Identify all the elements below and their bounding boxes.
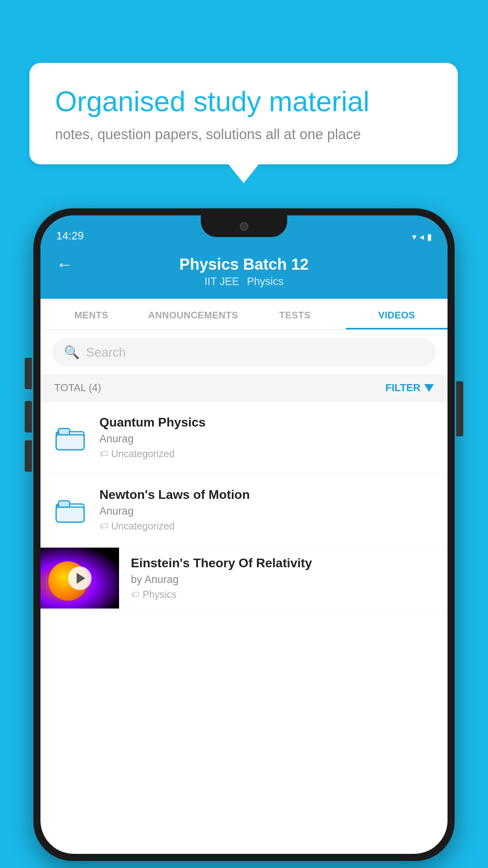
tab-videos[interactable]: VIDEOS	[346, 299, 448, 329]
phone-wrapper: 14:29 ▾ ◂ ▮ ← Physics Batch 12 IIT JEE P…	[33, 208, 455, 861]
video-list: Quantum Physics Anurag 🏷 Uncategorized	[40, 401, 448, 611]
svg-rect-2	[59, 428, 70, 435]
video-author: Anurag	[99, 433, 436, 445]
list-item[interactable]: Quantum Physics Anurag 🏷 Uncategorized	[40, 401, 448, 474]
video-info: Einstein's Theory Of Relativity by Anura…	[131, 546, 436, 610]
video-info: Quantum Physics Anurag 🏷 Uncategorized	[99, 415, 436, 460]
tab-tests[interactable]: TESTS	[244, 299, 346, 329]
wifi-icon: ▾	[412, 232, 416, 242]
filter-label: FILTER	[385, 382, 420, 394]
tab-announcements[interactable]: ANNOUNCEMENTS	[142, 299, 244, 329]
video-thumbnail	[40, 548, 119, 609]
tag-icon: 🏷	[99, 521, 108, 531]
tag-icon: 🏷	[99, 449, 108, 459]
subtitle-iitjee: IIT JEE	[204, 276, 239, 288]
folder-icon	[52, 492, 88, 528]
video-title: Newton's Laws of Motion	[99, 487, 436, 502]
video-author: by Anurag	[131, 574, 436, 586]
phone-outer: 14:29 ▾ ◂ ▮ ← Physics Batch 12 IIT JEE P…	[33, 208, 455, 861]
tag-label: Physics	[143, 589, 176, 600]
video-tag: 🏷 Uncategorized	[99, 520, 436, 532]
subtitle-physics: Physics	[247, 276, 284, 288]
app-header: ← Physics Batch 12 IIT JEE Physics	[40, 247, 448, 299]
tag-label: Uncategorized	[111, 520, 174, 532]
tab-ments[interactable]: MENTS	[40, 299, 142, 329]
svg-rect-1	[56, 435, 84, 450]
bubble-subtitle: notes, question papers, solutions all at…	[55, 126, 432, 143]
video-tag: 🏷 Uncategorized	[99, 448, 436, 460]
tabs-bar: MENTS ANNOUNCEMENTS TESTS VIDEOS	[40, 299, 448, 330]
header-title: Physics Batch 12	[179, 256, 308, 273]
svg-rect-5	[59, 501, 70, 507]
filter-icon	[424, 384, 434, 392]
search-placeholder: Search	[86, 345, 126, 360]
list-item[interactable]: Einstein's Theory Of Relativity by Anura…	[40, 546, 448, 611]
camera-dot	[240, 222, 248, 231]
signal-icon: ◂	[420, 232, 424, 242]
status-time: 14:29	[56, 230, 84, 242]
phone-screen: 14:29 ▾ ◂ ▮ ← Physics Batch 12 IIT JEE P…	[40, 215, 448, 854]
search-container: 🔍 Search	[40, 330, 448, 375]
video-info: Newton's Laws of Motion Anurag 🏷 Uncateg…	[99, 487, 436, 532]
filter-button[interactable]: FILTER	[385, 382, 434, 394]
list-item[interactable]: Newton's Laws of Motion Anurag 🏷 Uncateg…	[40, 474, 448, 546]
battery-icon: ▮	[427, 232, 432, 242]
header-row: ← Physics Batch 12	[56, 256, 432, 273]
filter-bar: TOTAL (4) FILTER	[40, 375, 448, 401]
video-tag: 🏷 Physics	[131, 589, 436, 600]
search-icon: 🔍	[64, 345, 80, 360]
back-button[interactable]: ←	[56, 255, 73, 274]
total-count: TOTAL (4)	[54, 382, 101, 394]
status-icons: ▾ ◂ ▮	[412, 232, 432, 242]
bubble-title: Organised study material	[55, 85, 432, 118]
video-title: Quantum Physics	[99, 415, 436, 430]
svg-rect-4	[56, 507, 84, 522]
speech-bubble: Organised study material notes, question…	[29, 63, 458, 164]
play-triangle-icon	[77, 573, 85, 584]
play-button[interactable]	[68, 566, 92, 590]
folder-icon	[52, 420, 88, 455]
tag-label: Uncategorized	[111, 448, 174, 460]
tag-icon: 🏷	[131, 590, 139, 600]
header-subtitle: IIT JEE Physics	[204, 276, 283, 288]
video-author: Anurag	[99, 505, 436, 517]
phone-notch	[201, 215, 287, 237]
search-bar[interactable]: 🔍 Search	[52, 338, 436, 367]
video-title: Einstein's Theory Of Relativity	[131, 556, 436, 570]
